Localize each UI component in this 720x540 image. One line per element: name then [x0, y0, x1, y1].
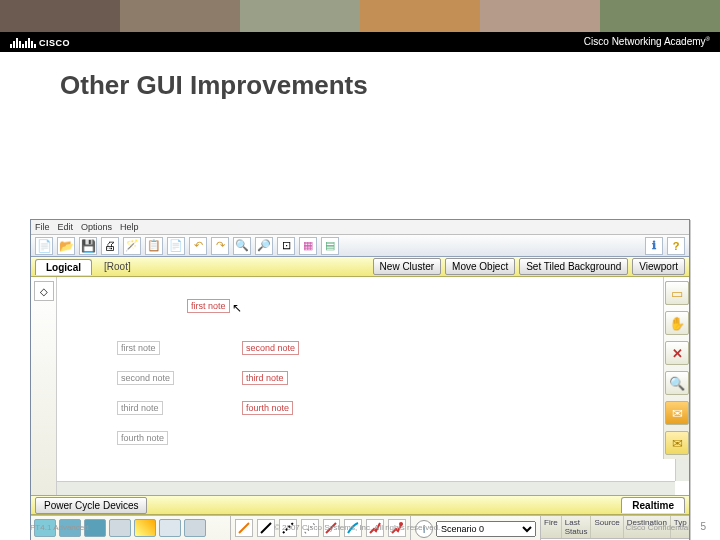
- nav-back-icon[interactable]: ◇: [34, 281, 54, 301]
- footer-left: PT4.1 Advanced: [30, 523, 89, 532]
- main-toolbar: [31, 235, 689, 257]
- note-item[interactable]: second note: [117, 371, 174, 385]
- footer-right: Cisco Confidential: [626, 523, 690, 532]
- zoom-in-icon[interactable]: [233, 237, 251, 255]
- palette-icon[interactable]: [299, 237, 317, 255]
- copy-icon[interactable]: [145, 237, 163, 255]
- print-icon[interactable]: [101, 237, 119, 255]
- open-icon[interactable]: [57, 237, 75, 255]
- slide-title: Other GUI Improvements: [0, 52, 720, 111]
- wizard-icon[interactable]: [123, 237, 141, 255]
- note-item[interactable]: third note: [242, 371, 288, 385]
- nav-panel: ◇: [31, 277, 57, 495]
- menu-options[interactable]: Options: [81, 222, 112, 232]
- paste-icon[interactable]: [167, 237, 185, 255]
- note-item[interactable]: second note: [242, 341, 299, 355]
- cursor-icon: ↖: [232, 301, 242, 315]
- help-icon[interactable]: [667, 237, 685, 255]
- footer-mid: © 2007 Cisco Systems, Inc. All rights re…: [274, 523, 440, 532]
- slide-banner: CISCO Cisco Networking Academy®: [0, 0, 720, 52]
- note-item[interactable]: fourth note: [242, 401, 293, 415]
- breadcrumb-root[interactable]: [Root]: [104, 261, 131, 272]
- undo-icon[interactable]: [189, 237, 207, 255]
- cisco-logo: CISCO: [10, 36, 70, 48]
- workspace[interactable]: ◇ first note ↖ second note third note fo…: [31, 277, 689, 495]
- menu-help[interactable]: Help: [120, 222, 139, 232]
- scrollbar-horizontal[interactable]: [57, 481, 675, 495]
- right-tool-dock: ▭: [663, 277, 689, 459]
- delete-tool-icon[interactable]: [665, 341, 689, 365]
- hand-tool-icon[interactable]: [665, 311, 689, 335]
- note-item[interactable]: fourth note: [117, 431, 168, 445]
- note-item[interactable]: first note: [187, 299, 230, 313]
- realtime-bar: Power Cycle Devices Realtime: [31, 495, 689, 515]
- tab-realtime[interactable]: Realtime: [621, 497, 685, 513]
- viewport-button[interactable]: Viewport: [632, 258, 685, 275]
- move-object-button[interactable]: Move Object: [445, 258, 515, 275]
- custom-device-icon[interactable]: [321, 237, 339, 255]
- packet-tracer-window: File Edit Options Help Logical: [30, 219, 690, 540]
- new-cluster-button[interactable]: New Cluster: [373, 258, 441, 275]
- slide-footer: PT4.1 Advanced © 2007 Cisco Systems, Inc…: [0, 523, 720, 532]
- menu-edit[interactable]: Edit: [58, 222, 74, 232]
- note-item[interactable]: first note: [117, 341, 160, 355]
- set-background-button[interactable]: Set Tiled Background: [519, 258, 628, 275]
- note-item[interactable]: third note: [117, 401, 163, 415]
- simple-pdu-icon[interactable]: [665, 401, 689, 425]
- save-icon[interactable]: [79, 237, 97, 255]
- menu-file[interactable]: File: [35, 222, 50, 232]
- logical-bar: Logical [Root] New Cluster Move Object S…: [31, 257, 689, 277]
- menubar: File Edit Options Help: [31, 220, 689, 235]
- note-tool-icon[interactable]: [665, 281, 689, 305]
- redo-icon[interactable]: [211, 237, 229, 255]
- power-cycle-button[interactable]: Power Cycle Devices: [35, 497, 147, 514]
- info-icon[interactable]: [645, 237, 663, 255]
- tab-logical[interactable]: Logical: [35, 259, 92, 275]
- zoom-reset-icon[interactable]: [277, 237, 295, 255]
- page-number: 5: [700, 521, 706, 532]
- zoom-out-icon[interactable]: [255, 237, 273, 255]
- complex-pdu-icon[interactable]: [665, 431, 689, 455]
- inspect-tool-icon[interactable]: [665, 371, 689, 395]
- academy-label: Cisco Networking Academy®: [584, 36, 710, 47]
- new-icon[interactable]: [35, 237, 53, 255]
